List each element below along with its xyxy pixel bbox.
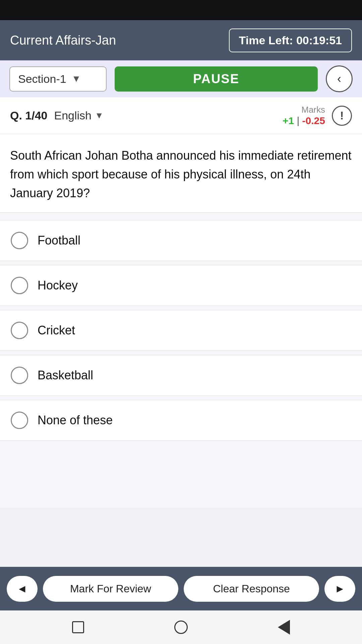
timer-label: Time Left: 00:19:51 xyxy=(239,34,342,47)
recents-square-icon xyxy=(72,621,84,633)
section-label: Section-1 xyxy=(18,72,66,86)
marks-minus: -0.25 xyxy=(302,115,325,126)
section-bar: Section-1 ▼ PAUSE ‹ xyxy=(0,60,362,97)
marks-separator: | xyxy=(297,115,302,126)
status-bar xyxy=(0,0,362,20)
mark-review-button[interactable]: Mark For Review xyxy=(43,576,178,602)
question-meta-right: Marks +1 | -0.25 ! xyxy=(283,105,352,126)
option-label-e: None of these xyxy=(38,413,113,427)
language-dropdown[interactable]: English ▼ xyxy=(54,109,104,122)
option-radio-d xyxy=(11,367,28,384)
bottom-nav: ◄ Mark For Review Clear Response ► xyxy=(0,567,362,610)
option-label-c: Cricket xyxy=(38,323,75,337)
language-label: English xyxy=(54,109,92,122)
section-dropdown[interactable]: Section-1 ▼ xyxy=(9,66,107,92)
next-button[interactable]: ► xyxy=(324,576,355,602)
option-radio-e xyxy=(11,412,28,429)
section-chevron-icon: ▼ xyxy=(72,73,81,84)
marks-label: Marks xyxy=(283,105,325,115)
option-item-b[interactable]: Hockey xyxy=(0,265,362,306)
option-radio-a xyxy=(11,232,28,249)
info-icon-symbol: ! xyxy=(340,109,344,122)
option-item-c[interactable]: Cricket xyxy=(0,310,362,351)
quiz-title: Current Affairs-Jan xyxy=(10,33,116,48)
android-home-icon[interactable] xyxy=(173,619,189,636)
option-item-a[interactable]: Football xyxy=(0,220,362,261)
question-meta-bar: Q. 1/40 English ▼ Marks +1 | -0.25 ! xyxy=(0,97,362,134)
option-label-a: Football xyxy=(38,233,80,248)
option-item-e[interactable]: None of these xyxy=(0,400,362,441)
back-triangle-icon xyxy=(278,620,290,635)
prev-button[interactable]: ◄ xyxy=(7,576,38,602)
top-header: Current Affairs-Jan Time Left: 00:19:51 xyxy=(0,20,362,60)
marks-plus: +1 xyxy=(283,115,294,126)
info-button[interactable]: ! xyxy=(332,106,352,126)
back-icon: ‹ xyxy=(337,72,341,86)
language-chevron-icon: ▼ xyxy=(95,110,104,121)
question-text: South African Johan Botha announced his … xyxy=(0,134,362,213)
pause-button[interactable]: PAUSE xyxy=(115,66,318,92)
android-back-icon[interactable] xyxy=(276,619,292,636)
clear-response-button[interactable]: Clear Response xyxy=(184,576,319,602)
marks-block: Marks +1 | -0.25 xyxy=(283,105,325,126)
question-meta-left: Q. 1/40 English ▼ xyxy=(10,109,104,122)
android-nav-bar xyxy=(0,610,362,644)
spacer xyxy=(0,507,362,567)
timer-box: Time Left: 00:19:51 xyxy=(229,29,352,52)
home-circle-icon xyxy=(174,621,188,634)
back-button[interactable]: ‹ xyxy=(326,65,353,92)
option-label-d: Basketball xyxy=(38,368,93,382)
question-number: Q. 1/40 xyxy=(10,109,48,122)
marks-values: +1 | -0.25 xyxy=(283,115,325,126)
options-container: FootballHockeyCricketBasketballNone of t… xyxy=(0,213,362,507)
android-recents-icon[interactable] xyxy=(70,619,86,636)
option-radio-b xyxy=(11,277,28,294)
option-item-d[interactable]: Basketball xyxy=(0,355,362,396)
option-label-b: Hockey xyxy=(38,278,78,292)
option-radio-c xyxy=(11,322,28,339)
